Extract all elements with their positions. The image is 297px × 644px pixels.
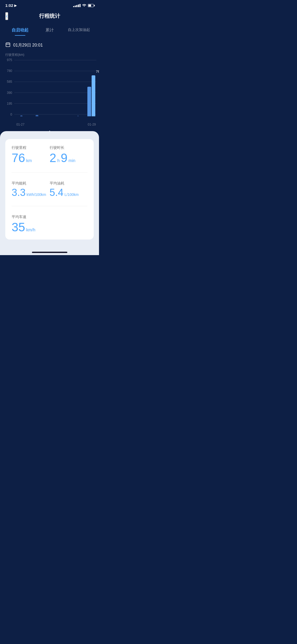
page-header: ‹ 行程统计 bbox=[0, 10, 99, 25]
status-left: 1:02 ▶ bbox=[5, 3, 17, 8]
stats-card: 行驶里程 76 km 行驶时长 2 h 9 min 平均能 bbox=[5, 139, 94, 240]
stats-grid: 行驶里程 76 km 行驶时长 2 h 9 min 平均能 bbox=[12, 145, 87, 233]
stat-fuel-label: 平均油耗 bbox=[50, 181, 88, 186]
stat-duration-hours: 2 bbox=[50, 152, 56, 164]
tab-cumulative[interactable]: 累计 bbox=[35, 25, 64, 36]
stat-energy-value: 3.3 bbox=[12, 187, 26, 197]
battery-icon bbox=[88, 4, 94, 7]
bar-chart: 76km bbox=[16, 63, 96, 116]
stats-divider-1 bbox=[12, 172, 87, 173]
page-title: 行程统计 bbox=[39, 12, 60, 20]
chart-section: 行驶里程(km) 975 780 585 390 195 bbox=[0, 53, 99, 126]
stat-energy-unit: kWh/100km bbox=[27, 192, 46, 197]
home-indicator bbox=[32, 252, 67, 253]
home-bar bbox=[0, 247, 99, 255]
stat-fuel: 平均油耗 5.4 L/100km bbox=[50, 181, 88, 197]
stat-energy: 平均能耗 3.3 kWh/100km bbox=[12, 181, 50, 197]
x-label-01-27: 01-27 bbox=[16, 123, 25, 126]
calendar-icon bbox=[5, 42, 11, 48]
tab-since-start[interactable]: 自启动起 bbox=[5, 25, 35, 36]
stats-section: 行驶里程 76 km 行驶时长 2 h 9 min 平均能 bbox=[0, 131, 99, 247]
stat-speed-value: 35 bbox=[12, 221, 25, 233]
chart-y-label: 行驶里程(km) bbox=[0, 53, 99, 57]
stat-duration: 行驶时长 2 h 9 min bbox=[50, 145, 88, 164]
time-label: 1:02 bbox=[5, 3, 13, 8]
signal-icon bbox=[73, 4, 81, 7]
stat-duration-min-unit: min bbox=[69, 158, 76, 163]
bar-01-29-tiny bbox=[78, 116, 78, 116]
tab-since-fuel[interactable]: 自上次加油起 bbox=[64, 25, 94, 36]
stat-distance: 行驶里程 76 km bbox=[12, 145, 50, 164]
stat-speed: 平均车速 35 km/h bbox=[12, 215, 50, 233]
back-button[interactable]: ‹ bbox=[5, 12, 8, 20]
date-row: 01月29日 20:01 bbox=[0, 42, 99, 48]
stats-divider-2 bbox=[12, 206, 87, 206]
bar-label-76km: 76km bbox=[96, 70, 99, 73]
wifi-icon bbox=[82, 3, 86, 7]
date-text: 01月29日 20:01 bbox=[13, 43, 43, 48]
location-icon: ▶ bbox=[14, 4, 17, 7]
stat-duration-mins: 9 bbox=[61, 152, 68, 164]
bar-01-29-left bbox=[87, 87, 91, 116]
stat-distance-unit: km bbox=[26, 158, 32, 163]
bar-01-29-right bbox=[92, 75, 95, 116]
stat-speed-label: 平均车速 bbox=[12, 215, 50, 219]
bar-01-27 bbox=[20, 116, 22, 116]
x-label-01-29: 01-29 bbox=[88, 123, 96, 126]
stat-duration-h-unit: h bbox=[57, 158, 60, 163]
status-right bbox=[73, 3, 94, 7]
stat-fuel-unit: L/100km bbox=[64, 192, 79, 197]
status-bar: 1:02 ▶ bbox=[0, 0, 99, 10]
stat-distance-value: 76 bbox=[12, 152, 25, 164]
stat-distance-label: 行驶里程 bbox=[12, 145, 50, 150]
stat-speed-unit: km/h bbox=[26, 228, 35, 232]
stat-duration-label: 行驶时长 bbox=[50, 145, 88, 150]
stat-fuel-value: 5.4 bbox=[50, 187, 64, 197]
stat-energy-label: 平均能耗 bbox=[12, 181, 50, 186]
tab-bar: 自启动起 累计 自上次加油起 bbox=[0, 25, 99, 36]
svg-rect-0 bbox=[6, 43, 10, 47]
bar-01-28 bbox=[36, 115, 38, 116]
chart-x-labels: 01-27 01-29 bbox=[0, 122, 99, 126]
